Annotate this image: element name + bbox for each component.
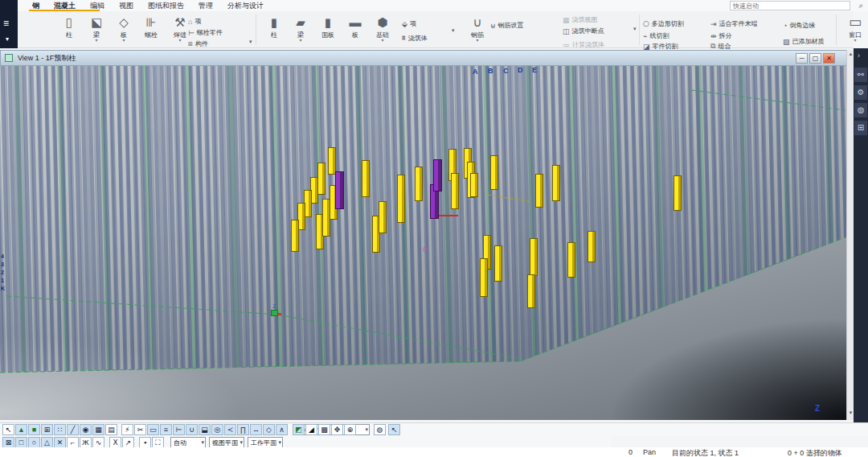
select-switch-26[interactable]: ⊕ — [344, 424, 356, 435]
yellow-column[interactable] — [480, 258, 488, 297]
snap-switch-4[interactable]: ✕ — [54, 437, 66, 448]
view-vertical-scrollbar[interactable]: ▲ ▼ — [846, 50, 854, 420]
select-switch-9[interactable]: ⚡ — [121, 424, 133, 435]
search-icon[interactable]: ⌕ — [858, 1, 863, 10]
menu-tab-分析与设计[interactable]: 分析与设计 — [226, 0, 265, 12]
caret-down-icon[interactable]: ▾ — [465, 39, 490, 43]
snap-switch-6[interactable]: Ж — [80, 437, 92, 448]
select-switch-4[interactable]: ∷ — [54, 424, 66, 435]
select-switch-14[interactable]: ∪ — [186, 424, 198, 435]
select-switch-12[interactable]: ≡ — [160, 424, 172, 435]
snap-switch-2[interactable]: ○ — [28, 437, 40, 448]
side-pane-collapse-icon[interactable]: › — [858, 51, 860, 60]
ribbon-button-多边形切割[interactable]: ⎔多边形切割 — [643, 19, 684, 29]
yellow-column[interactable] — [535, 174, 543, 208]
snap-switch-10[interactable]: ▪ — [139, 437, 151, 448]
snap-switch-5[interactable]: ⌐ — [67, 437, 79, 448]
yellow-column[interactable] — [415, 167, 423, 201]
yellow-column[interactable] — [470, 173, 478, 197]
ribbon-button-拆分[interactable]: ⇹拆分 — [710, 31, 732, 41]
yellow-column[interactable] — [328, 147, 336, 175]
select-switch-16[interactable]: ◎ — [211, 424, 223, 435]
yellow-column[interactable] — [530, 238, 538, 276]
snap-switch-0[interactable]: ⊠ — [2, 437, 14, 448]
yellow-column[interactable] — [567, 242, 575, 278]
snap-switch-11[interactable]: ⛶ — [152, 437, 164, 448]
yellow-column[interactable] — [397, 175, 405, 223]
menu-tab-视图[interactable]: 视图 — [117, 0, 135, 12]
select-switch-13[interactable]: ⊢ — [173, 424, 185, 435]
ribbon-button-面板[interactable]: ▮ 面板 — [315, 13, 341, 39]
view-title-bar[interactable]: View 1 - 1F预制柱 ─ ▢ ✕ — [0, 50, 854, 66]
view-close-button[interactable]: ✕ — [823, 53, 835, 64]
snap-plane-dropdown-0[interactable]: 自动▾ — [170, 437, 206, 448]
reference-globe-icon[interactable]: ◍ — [854, 103, 867, 117]
yellow-column[interactable] — [552, 165, 560, 201]
ribbon-button-项[interactable]: ⬙项 — [402, 19, 416, 29]
select-switch-6[interactable]: ◉ — [80, 424, 92, 435]
select-switch-25[interactable]: ✥ — [331, 424, 343, 435]
quick-launch-input[interactable] — [730, 1, 850, 10]
select-switch-0[interactable]: ↖ — [2, 424, 14, 435]
ribbon-overflow-caret-icon[interactable]: ▾ — [633, 26, 637, 32]
properties-icon[interactable]: ⚯ — [854, 68, 867, 82]
snap-switch-9[interactable]: ↗ — [122, 437, 134, 448]
menu-expand-caret-icon[interactable]: ▾ — [6, 35, 9, 43]
settings-gear-icon[interactable]: ⚙ — [854, 85, 867, 100]
snap-switch-3[interactable]: △ — [41, 437, 53, 448]
yellow-column[interactable] — [291, 220, 299, 252]
select-switch-3[interactable]: ⊞ — [41, 424, 53, 435]
ribbon-button-浇筑体[interactable]: ⩩浇筑体 — [402, 33, 428, 43]
select-switch-10[interactable]: ✂ — [134, 424, 146, 435]
caret-down-icon[interactable]: ▾ — [370, 39, 395, 43]
menu-tab-图纸和报告[interactable]: 图纸和报告 — [146, 0, 186, 12]
select-switch-7[interactable]: ▦ — [92, 424, 104, 435]
ribbon-button-螺栓[interactable]: ⊪ 螺栓 — [138, 13, 164, 39]
select-switch-22[interactable]: ◩ — [293, 424, 305, 435]
model-viewport[interactable]: ABCDE 4321K Z 0 Z — [0, 66, 846, 420]
select-switch-21[interactable]: ∧ — [276, 424, 288, 435]
yellow-column[interactable] — [674, 175, 682, 211]
components-icon[interactable]: ⊞ — [854, 121, 867, 135]
caret-down-icon[interactable]: ▾ — [84, 39, 109, 43]
render-sphere-button[interactable]: ◍ — [374, 424, 386, 435]
ribbon-button-梁[interactable]: ⬕ 梁▾ — [84, 13, 109, 43]
select-switch-24[interactable]: ▩ — [318, 424, 330, 435]
ribbon-button-已添加材质[interactable]: ▨已添加材质 — [783, 36, 825, 47]
yellow-column[interactable] — [490, 155, 498, 190]
yellow-column[interactable] — [588, 231, 596, 262]
ribbon-button-柱[interactable]: ▯ 柱 — [56, 13, 82, 39]
select-cursor-button[interactable]: ↖ — [388, 424, 400, 435]
snap-switch-7[interactable]: ∿ — [92, 437, 104, 448]
ribbon-button-基础[interactable]: ⬢ 基础▾ — [370, 13, 395, 43]
ribbon-button-板[interactable]: ◇ 板▾ — [111, 13, 137, 43]
select-switch-1[interactable]: ▲ — [15, 424, 27, 435]
ribbon-button-计算浇筑体[interactable]: ≔计算浇筑体 — [563, 39, 604, 50]
purple-column[interactable] — [433, 159, 442, 191]
ribbon-button-梁[interactable]: ▰ 梁▾ — [288, 13, 313, 43]
caret-down-icon[interactable]: ▾ — [111, 39, 137, 43]
ribbon-button-构件[interactable]: ⧈构件 — [188, 39, 208, 49]
yellow-column[interactable] — [527, 274, 535, 308]
ribbon-button-倒角边缘[interactable]: ◔倒角边缘 — [783, 20, 815, 31]
view-restore-button[interactable]: ▢ — [809, 53, 821, 64]
ribbon-button-板[interactable]: ▬ 板 — [342, 13, 368, 39]
select-switch-5[interactable]: ╱ — [67, 424, 79, 435]
yellow-column[interactable] — [451, 173, 459, 209]
snap-plane-dropdown-1[interactable]: 视图平面▾ — [209, 437, 244, 448]
ribbon-button-钢筋[interactable]: ∪ 钢筋▾ — [465, 13, 490, 43]
yellow-column[interactable] — [317, 163, 326, 195]
ribbon-button-适合零件末端[interactable]: ⇥适合零件末端 — [710, 19, 758, 29]
select-switch-15[interactable]: ⬓ — [199, 424, 211, 435]
yellow-column[interactable] — [362, 160, 370, 197]
ribbon-button-钢筋设置[interactable]: ⊌钢筋设置 — [490, 20, 524, 31]
select-switch-17[interactable]: ≺ — [224, 424, 236, 435]
ribbon-button-线切割[interactable]: ⌁线切割 — [643, 31, 669, 41]
ribbon-overflow-caret-icon[interactable]: ▾ — [249, 39, 252, 45]
ribbon-button-浇筑中断点[interactable]: ◫浇筑中断点 — [563, 26, 604, 36]
select-switch-8[interactable]: ▤ — [105, 424, 117, 435]
select-switch-23[interactable]: ◢ — [305, 424, 317, 435]
ribbon-button-柱[interactable]: ▮ 柱 — [261, 13, 287, 39]
caret-down-icon[interactable]: ▾ — [288, 39, 313, 43]
hamburger-menu-icon[interactable]: ≡ — [3, 19, 9, 27]
